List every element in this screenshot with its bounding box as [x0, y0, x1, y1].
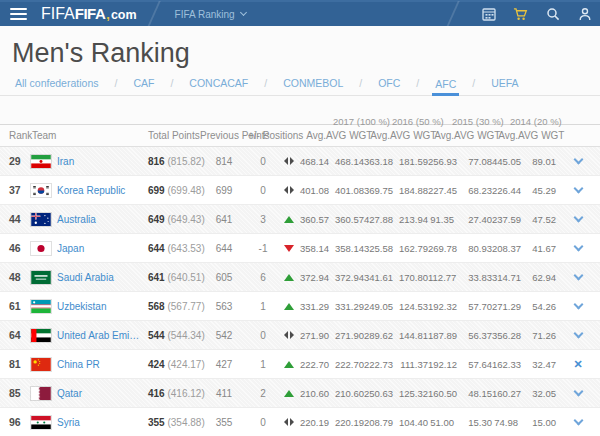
calendar-icon[interactable] [481, 7, 496, 22]
breadcrumb[interactable]: FIFA Ranking [175, 9, 246, 20]
rank-cell: 48 [0, 271, 26, 283]
chevron-down-icon [240, 9, 247, 16]
expand-row-button[interactable] [556, 156, 600, 167]
previous-points-cell: 563 [200, 301, 248, 312]
rank-cell: 61 [0, 300, 26, 312]
tab-caf[interactable]: CAF [130, 77, 157, 95]
expand-row-button[interactable] [556, 330, 600, 341]
trend-icon [284, 274, 294, 281]
ranking-table: 2017 (100 %) 2016 (50 %) 2015 (30 %) 201… [0, 124, 600, 436]
expand-row-button[interactable]: ✕ [556, 358, 600, 371]
avg-wgt-cell: 401.08 [326, 185, 364, 196]
fifa-logo[interactable]: FIFAFIFA,com [41, 5, 137, 23]
previous-points-cell: 411 [200, 388, 248, 399]
team-link[interactable]: Syria [56, 417, 142, 428]
avg-cell: 256.93 [428, 156, 454, 167]
avg-cell: 91.35 [428, 214, 454, 225]
trend-cell [278, 301, 300, 312]
avg-wgt-cell: 111.37 [390, 359, 428, 370]
avg-wgt-cell: 360.57 [326, 214, 364, 225]
avg-wgt-cell: 62.94 [518, 272, 556, 283]
team-link[interactable]: Iran [56, 156, 142, 167]
team-link[interactable]: China PR [56, 359, 142, 370]
table-row: 37 Korea Republic 699 (699.48) 699 0 401… [0, 176, 600, 205]
total-points-cell: 699 (699.48) [142, 185, 200, 196]
year-header-2015: 2015 (30 %) [452, 116, 504, 127]
tab-uefa[interactable]: UEFA [488, 77, 521, 95]
team-link[interactable]: Australia [56, 214, 142, 225]
total-points-cell: 568 (567.77) [142, 301, 200, 312]
year-header-2014: 2014 (20 %) [510, 116, 562, 127]
avg-cell: 372.94 [300, 272, 326, 283]
avg-cell: 51.00 [428, 417, 454, 428]
avg-wgt-cell: 144.81 [390, 330, 428, 341]
tab-separator: / [472, 77, 475, 89]
rank-cell: 29 [0, 155, 26, 167]
total-points-header: Total Points [142, 130, 200, 141]
logo-fifa-text: FIFA [41, 5, 75, 23]
total-points-cell: 544 (544.34) [142, 330, 200, 341]
trend-icon [284, 303, 294, 310]
tab-all-confederations[interactable]: All confederations [12, 77, 101, 95]
positions-change-cell: 3 [248, 214, 278, 225]
avg-wgt-cell: 48.15 [454, 388, 492, 399]
table-body: 29 Iran 816 (815.82) 814 0 468.14 468.14… [0, 147, 600, 436]
trend-icon [284, 186, 294, 194]
total-points-cell: 641 (640.51) [142, 272, 200, 283]
expand-row-button[interactable] [556, 301, 600, 312]
previous-points-cell: 699 [200, 185, 248, 196]
avg-header: Avg. [428, 130, 454, 141]
avg-cell: 208.79 [364, 417, 390, 428]
user-icon[interactable] [577, 7, 592, 22]
chevron-down-icon [573, 415, 583, 425]
avg-wgt-cell: 80.93 [454, 243, 492, 254]
avg-cell: 360.57 [300, 214, 326, 225]
trend-icon [284, 390, 294, 397]
avg-wgt-cell: 358.14 [326, 243, 364, 254]
avg-wgt-cell: 68.23 [454, 185, 492, 196]
expand-row-button[interactable] [556, 243, 600, 254]
chevron-down-icon [573, 212, 583, 222]
positions-change-cell: 6 [248, 272, 278, 283]
positions-change-cell: 2 [248, 388, 278, 399]
tab-conmebol[interactable]: CONMEBOL [280, 77, 346, 95]
search-icon[interactable] [545, 7, 560, 22]
avg-wgt-cell: 15.30 [454, 417, 492, 428]
tab-separator: / [264, 77, 267, 89]
app-header: FIFAFIFA,com FIFA Ranking [0, 0, 600, 26]
avg-header: Avg. [300, 130, 326, 141]
rank-cell: 64 [0, 329, 26, 341]
tab-ofc[interactable]: OFC [375, 77, 403, 95]
tab-concacaf[interactable]: CONCACAF [186, 77, 251, 95]
expand-row-button[interactable] [556, 272, 600, 283]
avg-cell: 468.14 [300, 156, 326, 167]
rank-header: Rank [0, 130, 26, 141]
avg-wgt-cell: 71.26 [518, 330, 556, 341]
chevron-down-icon [573, 270, 583, 280]
team-link[interactable]: Qatar [56, 388, 142, 399]
expand-row-button[interactable] [556, 214, 600, 225]
avg-wgt-cell: 210.60 [326, 388, 364, 399]
rank-cell: 37 [0, 184, 26, 196]
team-link[interactable]: Japan [56, 243, 142, 254]
hamburger-icon[interactable] [10, 8, 27, 20]
expand-row-button[interactable] [556, 185, 600, 196]
avg-wgt-cell: 47.52 [518, 214, 556, 225]
total-points-cell: 416 (416.12) [142, 388, 200, 399]
expand-row-button[interactable] [556, 388, 600, 399]
team-flag [26, 300, 56, 313]
positions-change-cell: 0 [248, 417, 278, 428]
expand-row-button[interactable] [556, 417, 600, 428]
previous-points-header: Previous Points [200, 130, 248, 141]
tab-afc[interactable]: AFC [432, 78, 459, 96]
total-points-cell: 816 (815.82) [142, 156, 200, 167]
team-link[interactable]: Saudi Arabia [56, 272, 142, 283]
avg-wgt-cell: 27.40 [454, 214, 492, 225]
team-link[interactable]: Korea Republic [56, 185, 142, 196]
table-row: 85 Qatar 416 (416.12) 411 2 210.60 210.6… [0, 379, 600, 408]
cart-icon[interactable] [513, 7, 528, 22]
team-flag [26, 329, 56, 342]
logo-fifa: FIFA [75, 5, 106, 22]
team-link[interactable]: United Arab Emirates [56, 330, 142, 341]
team-link[interactable]: Uzbekistan [56, 301, 142, 312]
